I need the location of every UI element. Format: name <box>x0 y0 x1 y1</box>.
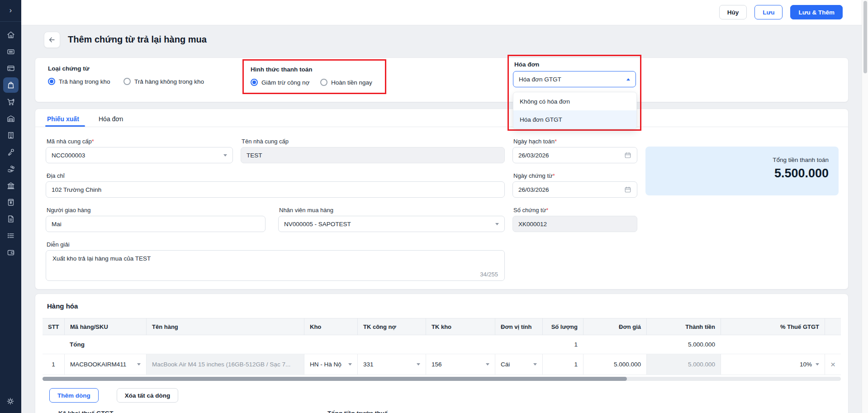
invoice-dollar-icon <box>6 198 15 207</box>
save-and-add-button[interactable]: Lưu & Thêm <box>790 5 843 19</box>
tab-export-slip[interactable]: Phiếu xuất <box>47 115 79 123</box>
clipped-label-right: Tổng tiền trước thuế <box>327 410 388 413</box>
sidebar-expand-button[interactable]: › <box>0 0 21 21</box>
document-number-field: XK000012 <box>512 216 637 232</box>
clipped-label-left: Kê khai thuế GTGT <box>58 410 114 413</box>
sidebar-item-settings[interactable] <box>3 394 18 409</box>
sidebar-item-company[interactable] <box>3 128 19 143</box>
document-date-input[interactable]: 26/03/2026 <box>512 181 637 198</box>
cell-quantity-input[interactable]: 1 <box>542 354 583 375</box>
cell-stock-account-select[interactable]: 156 <box>426 354 495 375</box>
cell-sku-select[interactable]: MACBOOKAIRM411 <box>64 354 146 375</box>
pos-terminal-icon <box>6 47 15 56</box>
page-scrollbar[interactable] <box>862 0 868 413</box>
address-label: Địa chỉ <box>47 172 65 179</box>
cell-unit-select[interactable]: Cái <box>495 354 542 375</box>
cancel-button[interactable]: Hủy <box>719 5 747 19</box>
document-number-label: Số chứng từ* <box>513 207 548 214</box>
col-stock-account: TK kho <box>426 318 495 335</box>
address-input[interactable]: 102 Trường Chinh <box>46 181 505 198</box>
invoice-label: Hóa đơn <box>514 61 539 68</box>
table-scrollbar-thumb[interactable] <box>43 377 627 381</box>
sidebar-item-orders[interactable] <box>3 94 19 109</box>
posting-date-input[interactable]: 26/03/2026 <box>512 147 637 163</box>
invoice-select[interactable]: Hóa đơn GTGT <box>513 71 636 87</box>
page-scrollbar-thumb[interactable] <box>863 1 867 73</box>
save-button[interactable]: Lưu <box>754 5 783 19</box>
chevron-down-icon <box>486 363 489 366</box>
col-warehouse: Kho <box>304 318 357 335</box>
sidebar-item-keys[interactable] <box>3 144 19 160</box>
warehouse-icon <box>6 114 15 123</box>
hand-coins-icon <box>6 164 15 173</box>
active-tab-underline <box>45 125 85 127</box>
cell-vat-select[interactable]: 10% <box>721 354 825 375</box>
table-horizontal-scrollbar[interactable] <box>43 377 841 381</box>
radio-return-not-in-stock[interactable]: Trả hàng không trong kho <box>123 78 204 85</box>
radio-on-icon <box>251 79 258 86</box>
sidebar-item-reports[interactable] <box>3 228 19 243</box>
total-payment-box: Tổng tiền thanh toán 5.500.000 <box>645 147 839 195</box>
page-title: Thêm chứng từ trả lại hàng mua <box>68 34 207 45</box>
chevron-up-icon <box>626 78 630 81</box>
purchasing-staff-select[interactable]: NV000005 - SAPOTEST <box>278 216 505 232</box>
sidebar-item-purchases[interactable] <box>3 77 19 93</box>
radio-on-icon <box>48 78 55 85</box>
topbar: Hủy Lưu Lưu & Thêm <box>21 0 862 25</box>
total-payment-value: 5.500.000 <box>774 166 829 180</box>
cell-delete[interactable]: × <box>825 354 841 375</box>
posting-date-label: Ngày hạch toán* <box>513 138 557 145</box>
radio-return-in-stock[interactable]: Trả hàng trong kho <box>48 78 110 85</box>
sidebar-item-documents[interactable] <box>3 211 19 227</box>
sidebar-item-wallet[interactable] <box>3 245 19 260</box>
app-window: › Hủy Lưu Lưu & Thêm <box>0 0 868 413</box>
chevron-right-icon: › <box>9 6 12 14</box>
supplier-code-select[interactable]: NCC000003 <box>46 147 233 163</box>
shopping-bag-icon <box>6 81 15 90</box>
table-row: 1 MACBOOKAIRM411 MacBook Air M4 15 inche… <box>43 354 841 375</box>
sidebar-menu <box>0 26 21 261</box>
items-title: Hàng hóa <box>47 302 78 310</box>
chevron-down-icon <box>417 363 420 366</box>
tabstrip: Phiếu xuất Hóa đơn <box>35 109 848 127</box>
radio-debt-deduction[interactable]: Giảm trừ công nợ <box>251 79 309 86</box>
form-card: Phiếu xuất Hóa đơn Mã nhà cung cấp* NCC0… <box>35 109 849 290</box>
description-label: Diễn giải <box>47 241 70 248</box>
sidebar-item-home[interactable] <box>3 27 19 43</box>
add-row-button[interactable]: Thêm dòng <box>49 388 99 403</box>
sidebar-item-pos[interactable] <box>3 44 19 59</box>
supplier-code-label: Mã nhà cung cấp* <box>47 138 94 145</box>
sidebar-item-invoices[interactable] <box>3 195 19 210</box>
invoice-dropdown-menu: Không có hóa đơn Hóa đơn GTGT <box>513 92 637 129</box>
home-icon <box>6 30 15 39</box>
cell-amount: 5.000.000 <box>646 354 721 375</box>
delete-row-icon[interactable]: × <box>830 360 835 370</box>
cell-unit-price-input[interactable]: 5.000.000 <box>583 354 646 375</box>
col-vat: % Thuế GTGT <box>721 318 825 335</box>
credit-card-icon <box>6 64 15 73</box>
description-textarea[interactable]: Xuất kho trả lại hàng mua của TEST 34/25… <box>46 250 505 281</box>
back-button[interactable] <box>44 32 60 48</box>
col-debt-account: TK công nợ <box>357 318 426 335</box>
table-header-row: STT Mã hàng/SKU Tên hàng Kho TK công nợ … <box>43 318 841 335</box>
payment-method-highlight-box: Hình thức thanh toán Giảm trừ công nợ Ho… <box>242 59 386 94</box>
cell-debt-account-select[interactable]: 331 <box>357 354 426 375</box>
invoice-option-gtgt[interactable]: Hóa đơn GTGT <box>513 110 636 128</box>
sidebar-item-payments[interactable] <box>3 61 19 76</box>
col-name: Tên hàng <box>146 318 304 335</box>
sidebar-item-warehouse[interactable] <box>3 111 19 126</box>
payment-method-label: Hình thức thanh toán <box>251 66 313 73</box>
cell-warehouse-select[interactable]: HN - Hà Nộ <box>304 354 357 375</box>
total-label: Tổng <box>64 341 146 348</box>
deliverer-input[interactable]: Mai <box>46 216 266 232</box>
sidebar-item-bank[interactable] <box>3 178 19 193</box>
options-card: Loại chứng từ Trả hàng trong kho Trả hàn… <box>35 57 849 102</box>
col-actions <box>825 318 841 335</box>
radio-immediate-refund[interactable]: Hoàn tiền ngay <box>320 79 372 86</box>
sidebar-item-cashflow[interactable] <box>3 161 19 176</box>
clear-all-rows-button[interactable]: Xóa tất cả dòng <box>117 388 179 403</box>
tab-invoice[interactable]: Hóa đơn <box>99 115 123 123</box>
deliverer-label: Người giao hàng <box>47 207 90 214</box>
shopping-cart-icon <box>6 97 15 106</box>
invoice-option-none[interactable]: Không có hóa đơn <box>513 92 636 110</box>
